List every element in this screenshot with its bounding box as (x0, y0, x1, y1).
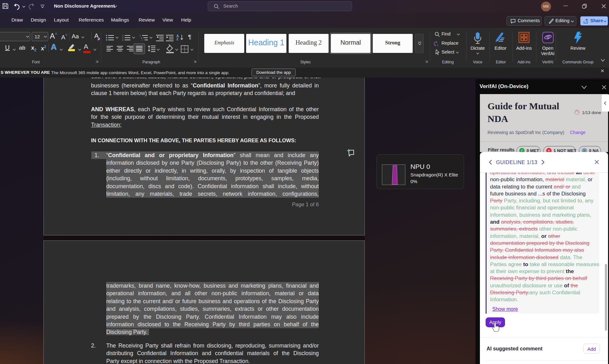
svg-text:1: 1 (122, 35, 123, 37)
svg-text:2: 2 (122, 37, 123, 39)
svg-text:1: 1 (140, 35, 141, 37)
svg-text:a: a (141, 37, 142, 39)
svg-text:b: b (436, 41, 437, 44)
svg-text:i: i (142, 39, 143, 41)
svg-text:3: 3 (122, 39, 123, 41)
svg-text:c: c (437, 44, 439, 47)
